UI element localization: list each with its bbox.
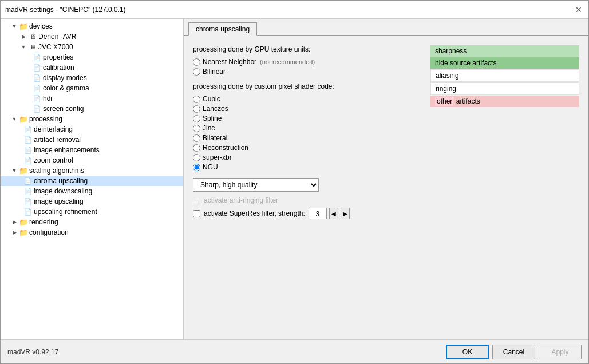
radio-nearest-neighbor-label: Nearest Neighbor [203, 58, 256, 66]
toggle-denon[interactable]: ▶ [19, 32, 28, 41]
radio-lanczos[interactable]: Lanczos [193, 105, 421, 113]
window-title: madVR settings - "CINEPC" (127.0.0.1) [5, 6, 126, 14]
anti-ringing-label: activate anti-ringing filter [204, 196, 278, 204]
quality-aliasing-label: aliasing [436, 72, 459, 80]
toggle-processing[interactable]: ▼ [10, 114, 19, 124]
sidebar-label-image-enhancements: image enhancements [34, 146, 100, 154]
sidebar-label-properties: properties [43, 53, 73, 61]
sidebar-label-chroma-upscaling: chroma upscaling [34, 177, 88, 185]
sidebar-item-artifact-removal[interactable]: 📄 artifact removal [1, 134, 183, 145]
superres-spinner: 3 ◀ ▶ [309, 208, 350, 219]
radio-cubic[interactable]: Cubic [193, 95, 421, 103]
quality-dropdown[interactable]: Soft, low quality Soft, high quality Sha… [193, 178, 319, 192]
toggle-scaling[interactable]: ▼ [10, 166, 19, 175]
folder-icon-configuration: 📁 [19, 228, 28, 237]
button-group: OK Cancel Apply [446, 345, 582, 359]
radio-spline[interactable]: Spline [193, 114, 421, 122]
shader-radio-group: Cubic Lanczos Spline [193, 95, 421, 171]
radio-nearest-neighbor[interactable]: Nearest Neighbor (not recommended) [193, 58, 421, 66]
doc-icon-image-downscaling: 📄 [23, 187, 33, 196]
toggle-jvc[interactable]: ▼ [19, 42, 28, 52]
quality-other-highlight: other [435, 97, 454, 106]
shader-section-label: processing done by custom pixel shader c… [193, 82, 421, 90]
close-button[interactable]: ✕ [574, 5, 584, 15]
superres-value: 3 [309, 208, 327, 219]
radio-bilinear[interactable]: Bilinear [193, 68, 421, 76]
radio-reconstruction[interactable]: Reconstruction [193, 144, 421, 152]
ok-button[interactable]: OK [446, 345, 489, 359]
radio-super-xbr-label: super-xbr [203, 153, 232, 161]
sidebar-item-display-modes[interactable]: 📄 display modes [1, 73, 183, 83]
sidebar-item-image-enhancements[interactable]: 📄 image enhancements [1, 145, 183, 155]
doc-icon-image-enhancements: 📄 [23, 145, 33, 155]
superres-decrement[interactable]: ◀ [329, 208, 338, 219]
content-area: processing done by GPU texture units: Ne… [184, 36, 588, 339]
radio-spline-label: Spline [203, 114, 222, 122]
radio-jinc[interactable]: Jinc [193, 124, 421, 132]
radio-jinc-input[interactable] [193, 125, 200, 132]
radio-super-xbr-input[interactable] [193, 154, 200, 161]
toggle-rendering[interactable]: ▶ [10, 217, 19, 227]
sidebar-item-scaling-algorithms[interactable]: ▼ 📁 scaling algorithms [1, 165, 183, 176]
left-column: processing done by GPU texture units: Ne… [193, 45, 421, 223]
quality-ringing: ringing [430, 82, 579, 95]
sidebar-item-rendering[interactable]: ▶ 📁 rendering [1, 217, 183, 227]
sidebar-item-deinterlacing[interactable]: 📄 deinterlacing [1, 124, 183, 134]
bottom-bar: madVR v0.92.17 OK Cancel Apply [1, 339, 588, 363]
doc-icon-upscaling-refinement: 📄 [23, 207, 33, 216]
folder-icon-rendering: 📁 [19, 217, 28, 227]
sidebar-label-denon: Denon -AVR [38, 33, 76, 41]
sidebar-item-configuration[interactable]: ▶ 📁 configuration [1, 227, 183, 238]
radio-reconstruction-label: Reconstruction [203, 144, 248, 152]
sidebar-item-calibration[interactable]: 📄 calibration [1, 62, 183, 73]
device-icon: 🖥 [28, 32, 37, 41]
sidebar-item-processing[interactable]: ▼ 📁 processing [1, 114, 183, 124]
toggle-devices[interactable]: ▼ [10, 22, 19, 31]
sidebar-item-zoom-control[interactable]: 📄 zoom control [1, 155, 183, 165]
sidebar-item-devices[interactable]: ▼ 📁 devices [1, 21, 183, 31]
doc-icon-image-upscaling: 📄 [23, 197, 33, 206]
sidebar-item-screen-config[interactable]: 📄 screen config [1, 104, 183, 114]
sidebar-item-color-gamma[interactable]: 📄 color & gamma [1, 83, 183, 93]
tab-chroma-upscaling[interactable]: chroma upscaling [188, 22, 257, 36]
sidebar-item-jvc[interactable]: ▼ 🖥 JVC X7000 [1, 42, 183, 52]
sidebar-item-denon-avr[interactable]: ▶ 🖥 Denon -AVR [1, 31, 183, 42]
radio-ngu-input[interactable] [193, 164, 200, 171]
sidebar-label-jvc: JVC X7000 [38, 43, 73, 51]
superres-checkbox[interactable] [193, 210, 200, 217]
radio-bilateral-input[interactable] [193, 134, 200, 142]
sidebar-item-image-upscaling[interactable]: 📄 image upscaling [1, 196, 183, 207]
radio-cubic-input[interactable] [193, 96, 200, 103]
sidebar-item-chroma-upscaling[interactable]: 📄 chroma upscaling [1, 176, 183, 186]
radio-bilateral[interactable]: Bilateral [193, 134, 421, 142]
radio-lanczos-input[interactable] [193, 105, 200, 113]
doc-icon-hdr: 📄 [33, 94, 42, 103]
doc-icon-deinterlacing: 📄 [23, 125, 33, 134]
radio-reconstruction-input[interactable] [193, 144, 200, 152]
sidebar-item-upscaling-refinement[interactable]: 📄 upscaling refinement [1, 207, 183, 217]
sidebar-label-artifact-removal: artifact removal [34, 136, 81, 144]
sidebar-item-hdr[interactable]: 📄 hdr [1, 93, 183, 104]
superres-increment[interactable]: ▶ [341, 208, 350, 219]
quality-other-artifacts: other artifacts [430, 96, 579, 107]
anti-ringing-checkbox[interactable] [193, 197, 200, 204]
doc-icon-display-modes: 📄 [33, 73, 42, 82]
radio-ngu[interactable]: NGU [193, 163, 421, 171]
sidebar-label-color-gamma: color & gamma [43, 84, 89, 92]
two-column-layout: processing done by GPU texture units: Ne… [193, 45, 579, 223]
radio-spline-input[interactable] [193, 115, 200, 122]
sidebar-tree: ▼ 📁 devices ▶ 🖥 Denon -AVR ▼ 🖥 JVC X7000 [1, 19, 184, 339]
radio-jinc-label: Jinc [203, 124, 215, 132]
cancel-button[interactable]: Cancel [492, 345, 535, 359]
doc-icon-properties: 📄 [33, 53, 42, 62]
apply-button[interactable]: Apply [539, 345, 582, 359]
sidebar-item-image-downscaling[interactable]: 📄 image downscaling [1, 186, 183, 196]
title-bar: madVR settings - "CINEPC" (127.0.0.1) ✕ [1, 1, 588, 19]
radio-super-xbr[interactable]: super-xbr [193, 153, 421, 161]
radio-ngu-label: NGU [203, 163, 218, 171]
radio-nearest-neighbor-input[interactable] [193, 58, 200, 66]
sidebar-label-upscaling-refinement: upscaling refinement [34, 208, 97, 216]
radio-bilinear-input[interactable] [193, 68, 200, 76]
sidebar-item-properties[interactable]: 📄 properties [1, 52, 183, 62]
toggle-configuration[interactable]: ▶ [10, 228, 19, 237]
